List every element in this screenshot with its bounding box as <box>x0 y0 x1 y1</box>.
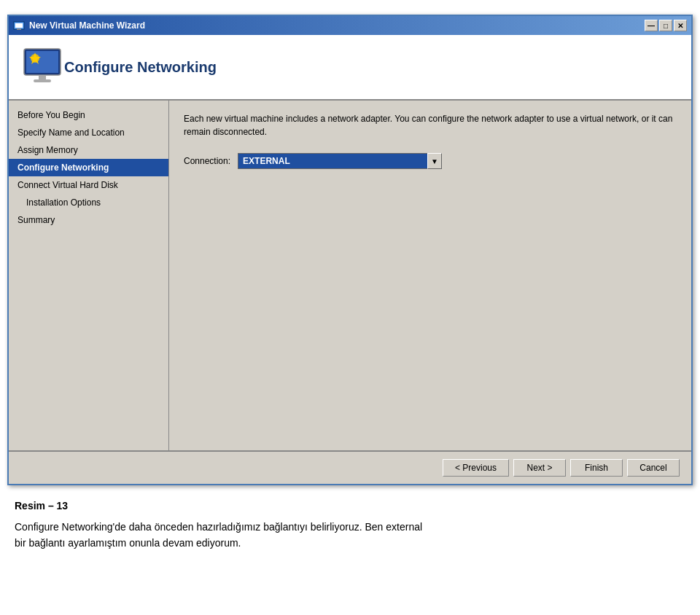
svg-rect-8 <box>34 79 51 82</box>
sidebar-item-assign-memory[interactable]: Assign Memory <box>9 141 168 159</box>
monitor-icon <box>20 45 64 89</box>
main-content: Each new virtual machine includes a netw… <box>169 101 691 450</box>
footer: < Previous Next > Finish Cancel <box>9 450 691 484</box>
caption-area: Resim – 13 Configure Networking'de daha … <box>7 485 693 559</box>
connection-dropdown: EXTERNAL ▼ <box>238 153 442 169</box>
sidebar-item-connect-disk[interactable]: Connect Virtual Hard Disk <box>9 176 168 194</box>
window-title: New Virtual Machine Wizard <box>29 20 145 31</box>
sidebar-item-summary[interactable]: Summary <box>9 211 168 229</box>
svg-rect-7 <box>39 75 46 79</box>
content-area: Before You Begin Specify Name and Locati… <box>9 101 691 450</box>
maximize-button[interactable]: □ <box>659 20 672 31</box>
wizard-window: New Virtual Machine Wizard — □ ✕ <box>7 15 693 485</box>
window-icon <box>13 20 25 31</box>
connection-dropdown-arrow[interactable]: ▼ <box>427 153 442 169</box>
minimize-button[interactable]: — <box>645 20 658 31</box>
page-container: New Virtual Machine Wizard — □ ✕ <box>0 0 700 615</box>
title-bar-buttons: — □ ✕ <box>645 20 687 31</box>
connection-value: EXTERNAL <box>238 153 427 169</box>
svg-rect-2 <box>17 28 21 30</box>
caption-line2: bir bağlantı ayarlamıştım onunla devam e… <box>15 535 685 551</box>
sidebar-item-configure-networking[interactable]: Configure Networking <box>9 159 168 176</box>
svg-rect-4 <box>26 51 58 73</box>
title-bar: New Virtual Machine Wizard — □ ✕ <box>9 16 691 35</box>
title-bar-left: New Virtual Machine Wizard <box>13 20 145 31</box>
description-text: Each new virtual machine includes a netw… <box>184 112 677 138</box>
sidebar-item-specify-name[interactable]: Specify Name and Location <box>9 124 168 141</box>
header-area: Configure Networking <box>9 35 691 101</box>
header-title: Configure Networking <box>64 59 217 76</box>
connection-row: Connection: EXTERNAL ▼ <box>184 153 677 169</box>
svg-rect-1 <box>15 23 23 28</box>
finish-button[interactable]: Finish <box>570 459 623 477</box>
sidebar-item-installation-options[interactable]: Installation Options <box>9 194 168 211</box>
caption-title: Resim – 13 <box>15 500 685 512</box>
next-button[interactable]: Next > <box>513 459 566 477</box>
sidebar-item-before-you-begin[interactable]: Before You Begin <box>9 106 168 124</box>
window-body: Configure Networking Before You Begin Sp… <box>9 35 691 484</box>
cancel-button[interactable]: Cancel <box>627 459 680 477</box>
previous-button[interactable]: < Previous <box>443 459 509 477</box>
caption-line1: Configure Networking'de daha önceden haz… <box>15 519 685 535</box>
connection-label: Connection: <box>184 156 230 166</box>
sidebar: Before You Begin Specify Name and Locati… <box>9 101 169 450</box>
close-button[interactable]: ✕ <box>674 20 687 31</box>
